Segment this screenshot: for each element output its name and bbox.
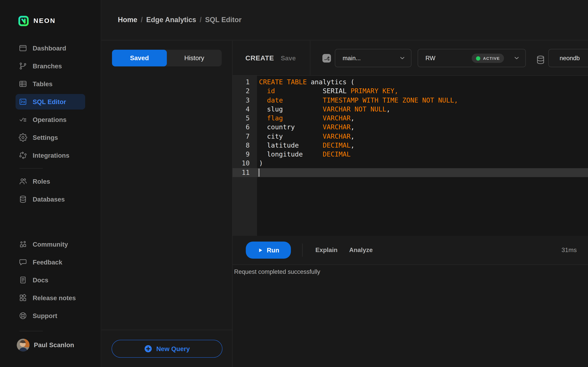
database-select-value: neondb xyxy=(560,55,580,62)
main-area: Home/Edge Analytics/SQL Editor SavedHist… xyxy=(102,0,588,367)
plus-circle-icon xyxy=(144,344,152,353)
sidebar-item-branches[interactable]: Branches xyxy=(16,58,85,74)
tab-saved[interactable]: Saved xyxy=(112,50,167,67)
save-button[interactable]: Save xyxy=(281,54,296,62)
settings-icon xyxy=(19,133,27,142)
sidebar-item-integrations[interactable]: Integrations xyxy=(16,148,85,163)
compute-status-label: ACTIVE xyxy=(483,56,500,61)
breadcrumb: Home/Edge Analytics/SQL Editor xyxy=(118,16,242,24)
code-line-11[interactable]: 11 xyxy=(233,168,588,177)
release-notes-icon xyxy=(19,294,27,302)
code-line-1[interactable]: 1CREATE TABLE analytics ( xyxy=(233,78,588,87)
compute-select[interactable]: RW ACTIVE xyxy=(418,49,526,67)
neon-logo[interactable]: NEON xyxy=(18,16,56,26)
code-line-content xyxy=(257,168,588,177)
breadcrumb-item-home[interactable]: Home xyxy=(118,16,137,24)
queries-panel: SavedHistory New Query xyxy=(102,41,233,367)
code-line-7[interactable]: 7 city VARCHAR, xyxy=(233,132,588,141)
sidebar-item-label: Roles xyxy=(33,178,50,185)
results-panel: Request completed successfully xyxy=(233,265,588,367)
neon-console: NEON DashboardBranchesTablesSQL EditorOp… xyxy=(0,0,588,367)
code-line-9[interactable]: 9 longitude DECIMAL xyxy=(233,150,588,159)
sidebar-divider xyxy=(19,331,43,331)
sidebar-item-sql-editor[interactable]: SQL Editor xyxy=(16,94,85,109)
user-menu[interactable]: Paul Scanlon xyxy=(17,339,101,351)
sidebar-item-operations[interactable]: Operations xyxy=(16,112,85,127)
code-line-content: longitude DECIMAL xyxy=(257,150,588,159)
sidebar-item-release-notes[interactable]: Release notes xyxy=(16,290,85,306)
community-icon xyxy=(19,240,27,249)
user-avatar xyxy=(17,339,30,351)
sidebar-item-dashboard[interactable]: Dashboard xyxy=(16,40,85,56)
sql-editor-icon xyxy=(19,98,27,106)
sidebar-item-label: Databases xyxy=(33,196,65,203)
top-header: Home/Edge Analytics/SQL Editor xyxy=(102,0,588,40)
queries-panel-footer: New Query xyxy=(102,330,232,367)
branch-select[interactable]: main... xyxy=(335,49,411,67)
database-select[interactable]: neondb xyxy=(548,49,588,67)
toolbar-divider xyxy=(310,41,310,75)
breadcrumb-item-edge-analytics[interactable]: Edge Analytics xyxy=(146,16,196,24)
feedback-icon xyxy=(19,258,27,267)
code-line-content: latitude DECIMAL, xyxy=(257,141,588,150)
explain-button[interactable]: Explain xyxy=(315,247,337,254)
code-line-content: city VARCHAR, xyxy=(257,132,588,141)
code-line-content: ) xyxy=(257,159,588,168)
code-line-10[interactable]: 10) xyxy=(233,159,588,168)
sidebar-item-tables[interactable]: Tables xyxy=(16,76,85,92)
sidebar-item-settings[interactable]: Settings xyxy=(16,130,85,145)
line-number: 4 xyxy=(233,105,257,114)
line-number: 8 xyxy=(233,141,257,150)
sql-editor-pane: CREATE Save main... xyxy=(233,41,588,367)
action-bar-divider xyxy=(302,243,303,257)
sidebar-item-label: Support xyxy=(33,312,57,319)
text-cursor xyxy=(259,168,259,176)
play-icon xyxy=(258,247,263,253)
editor-toolbar: CREATE Save main... xyxy=(233,41,588,76)
user-name: Paul Scanlon xyxy=(34,341,74,349)
sidebar-item-databases[interactable]: Databases xyxy=(16,192,85,207)
line-number: 1 xyxy=(233,78,257,87)
tab-history[interactable]: History xyxy=(167,50,222,67)
code-line-3[interactable]: 3 date TIMESTAMP WITH TIME ZONE NOT NULL… xyxy=(233,96,588,105)
databases-icon xyxy=(19,195,27,203)
operations-icon xyxy=(19,115,27,124)
sidebar-item-docs[interactable]: Docs xyxy=(16,272,85,288)
status-message: Request completed successfully xyxy=(234,268,588,275)
sidebar-item-community[interactable]: Community xyxy=(16,236,85,252)
branch-badge-button[interactable] xyxy=(322,54,331,63)
code-line-content: date TIMESTAMP WITH TIME ZONE NOT NULL, xyxy=(257,96,588,105)
branch-icon xyxy=(323,55,330,62)
code-line-2[interactable]: 2 id SERIAL PRIMARY KEY, xyxy=(233,87,588,96)
sidebar-item-label: Docs xyxy=(33,276,48,284)
database-icon xyxy=(536,55,546,65)
branches-icon xyxy=(19,62,27,70)
code-line-4[interactable]: 4 slug VARCHAR NOT NULL, xyxy=(233,105,588,114)
sidebar-item-label: Dashboard xyxy=(33,44,66,52)
code-line-content: CREATE TABLE analytics ( xyxy=(257,78,588,87)
chevron-down-icon xyxy=(399,54,406,62)
code-line-8[interactable]: 8 latitude DECIMAL, xyxy=(233,141,588,150)
code-line-6[interactable]: 6 country VARCHAR, xyxy=(233,123,588,132)
code-line-5[interactable]: 5 flag VARCHAR, xyxy=(233,114,588,123)
sidebar-item-support[interactable]: Support xyxy=(16,308,85,324)
code-line-content: country VARCHAR, xyxy=(257,123,588,132)
run-button[interactable]: Run xyxy=(246,242,291,259)
line-number: 10 xyxy=(233,159,257,168)
line-number: 3 xyxy=(233,96,257,105)
run-label: Run xyxy=(267,246,279,254)
new-query-button[interactable]: New Query xyxy=(112,340,222,358)
roles-icon xyxy=(19,177,27,186)
code-editor[interactable]: 1CREATE TABLE analytics (2 id SERIAL PRI… xyxy=(233,76,588,236)
sidebar-item-label: Integrations xyxy=(33,152,69,159)
analyze-button[interactable]: Analyze xyxy=(349,247,373,254)
breadcrumb-separator: / xyxy=(200,16,202,24)
sidebar-item-roles[interactable]: Roles xyxy=(16,174,85,189)
line-number: 9 xyxy=(233,150,257,159)
sidebar-item-label: Community xyxy=(33,241,68,248)
integrations-icon xyxy=(19,151,27,160)
brand-wordmark: NEON xyxy=(34,17,56,25)
sidebar-item-label: Tables xyxy=(33,80,52,88)
sidebar-item-feedback[interactable]: Feedback xyxy=(16,254,85,270)
breadcrumb-separator: / xyxy=(141,16,143,24)
